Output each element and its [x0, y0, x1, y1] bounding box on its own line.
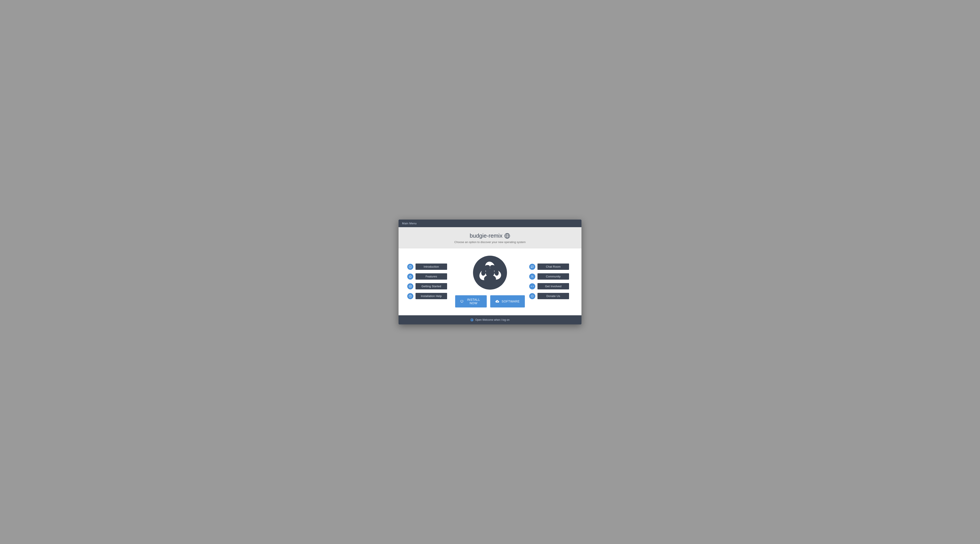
check-icon	[407, 283, 413, 289]
community-icon	[529, 274, 535, 280]
menu-item-features[interactable]: Features	[407, 273, 451, 280]
install-now-label: INSTALL NOW	[465, 298, 482, 305]
svg-text:$: $	[532, 295, 533, 297]
menu-item-chat-room[interactable]: Chat Room	[529, 263, 573, 270]
main-content: Introduction Features Getting Start	[399, 248, 581, 315]
svg-point-30	[533, 276, 533, 276]
svg-rect-24	[461, 300, 463, 302]
titlebar: Main Menu	[399, 220, 581, 227]
software-button[interactable]: SOFTWARE	[490, 295, 525, 308]
title-text: budgie-remix	[470, 232, 503, 239]
header: budgie-remix Choose an option to discove…	[399, 227, 581, 248]
install-now-button[interactable]: INSTALL NOW	[455, 295, 487, 308]
radio-inner	[471, 319, 473, 321]
get-involved-button[interactable]: Get Involved	[538, 283, 569, 289]
center-section: INSTALL NOW SOFTWARE	[455, 255, 525, 308]
main-window: Main Menu budgie-remix Choose an option …	[399, 220, 581, 324]
star-icon	[407, 274, 413, 280]
left-menu: Introduction Features Getting Start	[407, 263, 451, 299]
menu-item-installation-help[interactable]: Installation Help	[407, 293, 451, 299]
menu-item-donate-us[interactable]: $ Donate Us	[529, 293, 573, 299]
chat-room-button[interactable]: Chat Room	[538, 263, 569, 270]
app-title: budgie-remix	[402, 232, 578, 239]
features-button[interactable]: Features	[415, 273, 447, 280]
action-buttons: INSTALL NOW SOFTWARE	[455, 295, 525, 308]
introduction-button[interactable]: Introduction	[415, 263, 447, 270]
titlebar-label: Main Menu	[402, 222, 417, 225]
svg-point-17	[488, 271, 492, 274]
monitor-icon	[460, 300, 463, 303]
svg-point-10	[409, 295, 412, 297]
header-subtitle: Choose an option to discover your new op…	[402, 241, 578, 244]
svg-point-9	[409, 285, 412, 288]
globe-icon	[504, 233, 510, 239]
code-icon	[529, 283, 535, 289]
getting-started-button[interactable]: Getting Started	[415, 283, 447, 289]
question-icon	[407, 293, 413, 299]
menu-item-get-involved[interactable]: Get Involved	[529, 283, 573, 289]
svg-marker-8	[409, 275, 412, 278]
chat-icon	[529, 264, 535, 270]
installation-help-button[interactable]: Installation Help	[415, 293, 447, 299]
cloud-icon	[495, 300, 500, 303]
software-label: SOFTWARE	[501, 300, 520, 303]
menu-item-introduction[interactable]: Introduction	[407, 263, 451, 270]
donate-us-button[interactable]: Donate Us	[538, 293, 569, 299]
budgie-logo	[473, 255, 508, 290]
footer: Open Welcome when I log on	[399, 315, 581, 324]
menu-item-getting-started[interactable]: Getting Started	[407, 283, 451, 289]
donate-icon: $	[529, 293, 535, 299]
open-welcome-checkbox[interactable]	[470, 318, 473, 321]
svg-point-29	[531, 276, 533, 276]
footer-label: Open Welcome when I log on	[475, 318, 509, 321]
menu-item-community[interactable]: Community	[529, 273, 573, 280]
community-button[interactable]: Community	[538, 273, 569, 280]
right-menu: Chat Room Community	[529, 263, 573, 299]
info-icon	[407, 264, 413, 270]
